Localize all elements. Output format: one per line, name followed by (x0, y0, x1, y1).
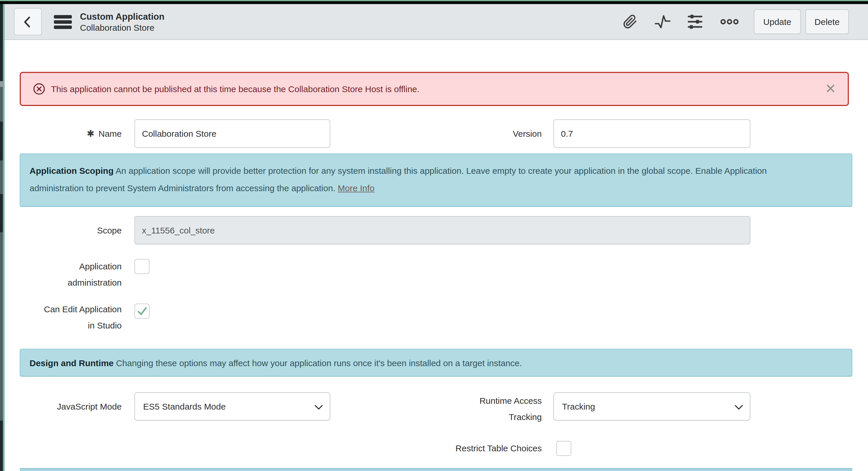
activity-stream-button[interactable] (655, 14, 671, 30)
record-view: Custom Application Collaboration Store (5, 4, 868, 471)
javascript-mode-value: ES5 Standards Mode (143, 402, 226, 411)
section-title: Application Scoping (30, 166, 114, 176)
application-administration-checkbox[interactable] (134, 259, 150, 274)
error-message: This application cannot be published at … (51, 84, 420, 94)
chevron-left-icon (22, 15, 34, 28)
page-title: Custom Application Collaboration Store (80, 11, 164, 33)
can-edit-in-studio-checkbox[interactable] (134, 304, 150, 319)
paperclip-icon (623, 14, 638, 29)
update-button[interactable]: Update (754, 9, 801, 34)
runtime-access-tracking-label: Runtime Access Tracking (440, 393, 542, 425)
more-options-icon (720, 18, 739, 26)
required-icon: ✱ (87, 129, 94, 138)
javascript-mode-label: JavaScript Mode (20, 392, 122, 420)
dismiss-banner-button[interactable]: ✕ (825, 82, 836, 96)
check-icon (136, 306, 148, 316)
left-accent-line (3, 4, 5, 471)
javascript-mode-select[interactable]: ES5 Standards Mode (134, 392, 330, 420)
personalize-form-button[interactable] (687, 14, 703, 30)
close-icon: ✕ (825, 81, 836, 96)
section-title: Design and Runtime (30, 358, 114, 368)
screen: Custom Application Collaboration Store (0, 0, 868, 471)
error-banner: This application cannot be published at … (20, 72, 849, 106)
scope-label: Scope (20, 216, 122, 245)
sliders-icon (687, 14, 703, 30)
form-body: This application cannot be published at … (5, 40, 868, 471)
application-administration-label: Application administration (20, 258, 122, 291)
attachment-button[interactable] (623, 14, 638, 30)
next-section-edge (20, 468, 852, 471)
application-scoping-section: Application Scoping An application scope… (20, 154, 852, 207)
form-header: Custom Application Collaboration Store (5, 4, 868, 40)
top-frame-bar (0, 1, 868, 4)
version-label: Version (440, 119, 542, 148)
runtime-access-tracking-value: Tracking (562, 402, 595, 411)
section-text: An application scope will provide better… (30, 166, 767, 193)
record-type-title: Custom Application (80, 11, 164, 22)
can-edit-in-studio-label: Can Edit Application in Studio (20, 301, 122, 334)
error-icon (32, 82, 46, 96)
more-info-link[interactable]: More Info (338, 183, 375, 193)
chevron-down-icon (735, 405, 743, 410)
chevron-down-icon (315, 405, 323, 410)
version-input[interactable] (553, 119, 750, 148)
scope-input (134, 216, 750, 245)
form-context-menu-icon[interactable] (54, 15, 72, 29)
more-options-button[interactable] (720, 14, 740, 30)
left-rail (0, 4, 3, 471)
name-label: ✱Name (20, 119, 122, 148)
record-name-title: Collaboration Store (80, 22, 164, 33)
runtime-access-tracking-select[interactable]: Tracking (553, 392, 750, 420)
activity-icon (655, 14, 671, 30)
back-button[interactable] (14, 8, 42, 35)
restrict-table-choices-checkbox[interactable] (556, 441, 571, 456)
name-input[interactable] (134, 119, 330, 148)
design-and-runtime-section: Design and Runtime Changing these option… (20, 349, 852, 377)
delete-button[interactable]: Delete (805, 9, 849, 34)
section-text: Changing these options may affect how yo… (116, 358, 522, 368)
restrict-table-choices-label: Restrict Table Choices (440, 441, 542, 456)
